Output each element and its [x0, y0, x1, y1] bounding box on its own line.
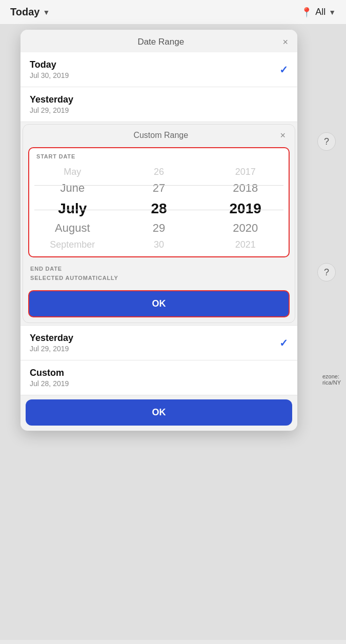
yesterday-item-title: Yesterday: [30, 94, 73, 105]
start-date-label: START DATE: [29, 148, 289, 163]
list-item-yesterday-bottom[interactable]: Yesterday Jul 29, 2019 ✓: [21, 325, 297, 360]
yesterday-bottom-title: Yesterday: [30, 333, 73, 344]
bottom-items: Yesterday Jul 29, 2019 ✓ Custom Jul 28, …: [21, 325, 297, 395]
year-near1: 2018: [202, 180, 289, 196]
day-near1: 27: [116, 180, 202, 196]
today-item-subtitle: Jul 30, 2019: [30, 71, 69, 79]
year-near2: 2020: [202, 220, 289, 236]
custom-range-modal: Custom Range × START DATE May June July …: [23, 124, 295, 323]
end-date-section: END DATE: [23, 260, 295, 274]
outer-ok-button[interactable]: OK: [26, 399, 292, 426]
year-far2: 2021: [202, 238, 289, 251]
custom-range-header: Custom Range ×: [23, 125, 295, 144]
date-range-modal: Date Range × Today Jul 30, 2019 ✓ Yester…: [21, 30, 297, 431]
question-bubble-1: ?: [317, 132, 336, 151]
month-selected: July: [29, 198, 116, 218]
custom-range-title: Custom Range: [42, 131, 280, 140]
day-near2: 29: [116, 220, 202, 236]
month-column[interactable]: May June July August September: [29, 166, 116, 251]
year-column[interactable]: 2017 2018 2019 2020 2021: [202, 166, 289, 251]
today-checkmark: ✓: [279, 64, 288, 76]
custom-range-close-button[interactable]: ×: [280, 131, 286, 140]
month-far2: September: [29, 238, 116, 251]
custom-range-ok-button[interactable]: OK: [28, 290, 290, 317]
list-item-custom[interactable]: Custom Jul 28, 2019: [21, 360, 297, 395]
custom-item-title: Custom: [30, 368, 69, 378]
location-icon: 📍: [301, 7, 312, 18]
picker-wheel[interactable]: May June July August September 26 27 28 …: [29, 163, 289, 256]
year-far1: 2017: [202, 166, 289, 178]
overlay-area: Date Range × Today Jul 30, 2019 ✓ Yester…: [0, 25, 346, 640]
timezone-line1: ezone:: [322, 373, 341, 379]
month-near1: June: [29, 180, 116, 196]
question-bubble-2: ?: [317, 263, 336, 281]
today-chevron: ▼: [43, 8, 50, 16]
date-range-close-button[interactable]: ×: [282, 37, 288, 47]
date-range-title: Date Range: [39, 37, 282, 47]
date-range-header: Date Range ×: [21, 30, 297, 52]
start-date-section: START DATE May June July August Septembe…: [28, 147, 290, 257]
list-item-yesterday[interactable]: Yesterday Jul 29, 2019: [21, 87, 297, 122]
yesterday-bottom-subtitle: Jul 29, 2019: [30, 345, 73, 353]
location-dropdown[interactable]: 📍 All ▼: [301, 7, 336, 18]
timezone-label: ezone: rica/NY: [322, 373, 341, 386]
location-chevron: ▼: [329, 8, 336, 16]
year-selected: 2019: [202, 198, 289, 218]
end-date-label: END DATE: [30, 266, 288, 272]
day-far2: 30: [116, 238, 202, 251]
yesterday-bottom-checkmark: ✓: [279, 337, 288, 349]
timezone-line2: rica/NY: [322, 379, 341, 386]
day-column[interactable]: 26 27 28 29 30: [116, 166, 202, 251]
today-label: Today: [10, 6, 39, 18]
month-near2: August: [29, 220, 116, 236]
month-far1: May: [29, 166, 116, 178]
day-far1: 26: [116, 166, 202, 178]
day-selected: 28: [116, 198, 202, 218]
list-item-today[interactable]: Today Jul 30, 2019 ✓: [21, 52, 297, 87]
top-bar: Today ▼ 📍 All ▼: [0, 0, 346, 25]
today-item-title: Today: [30, 59, 69, 70]
yesterday-item-subtitle: Jul 29, 2019: [30, 106, 73, 114]
custom-item-subtitle: Jul 28, 2019: [30, 379, 69, 388]
today-dropdown[interactable]: Today ▼: [10, 6, 50, 18]
location-label: All: [315, 7, 325, 17]
auto-selected-label: SELECTED AUTOMATICALLY: [23, 274, 295, 286]
